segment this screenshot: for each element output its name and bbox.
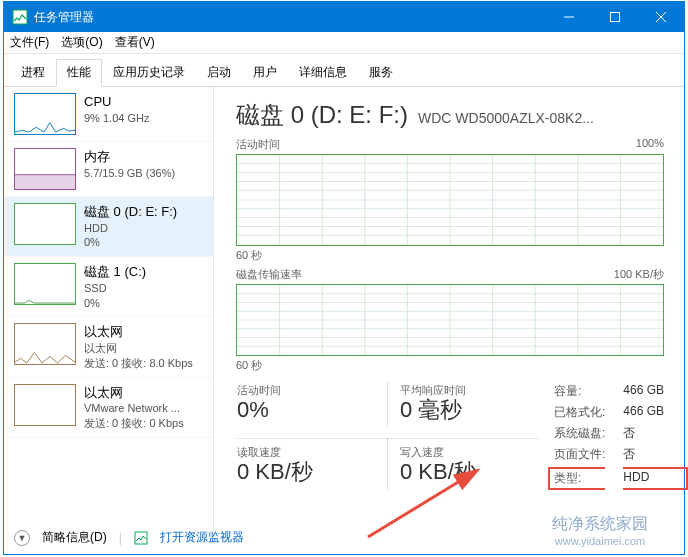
disk-thumb — [14, 263, 76, 305]
tab-app-history[interactable]: 应用历史记录 — [102, 59, 196, 87]
stat-read-value: 0 KB/秒 — [237, 460, 387, 484]
sidebar-item-cpu[interactable]: CPU9% 1.04 GHz — [4, 87, 213, 142]
stat-resp-value: 0 毫秒 — [400, 398, 538, 422]
info-formatted-value: 466 GB — [623, 404, 664, 421]
sidebar-item-label: 磁盘 0 (D: E: F:) — [84, 203, 177, 221]
maximize-button[interactable] — [592, 2, 638, 32]
eth-thumb — [14, 323, 76, 365]
stat-active-label: 活动时间 — [237, 383, 387, 398]
svg-rect-0 — [13, 10, 27, 24]
sidebar-item-memory[interactable]: 内存5.7/15.9 GB (36%) — [4, 142, 213, 197]
info-type-label: 类型: — [548, 467, 605, 490]
stat-resp-label: 平均响应时间 — [400, 383, 538, 398]
menubar: 文件(F) 选项(O) 查看(V) — [4, 32, 684, 54]
window-title: 任务管理器 — [34, 9, 546, 26]
graph1-label: 活动时间 — [236, 137, 280, 152]
disk-title: 磁盘 0 (D: E: F:) — [236, 99, 408, 131]
sidebar-item-label: 以太网 — [84, 323, 193, 341]
tab-startup[interactable]: 启动 — [196, 59, 242, 87]
disk-info-table: 容量:466 GB 已格式化:466 GB 系统磁盘:否 页面文件:否 类型:H… — [554, 383, 664, 490]
perf-sidebar: CPU9% 1.04 GHz 内存5.7/15.9 GB (36%) 磁盘 0 … — [4, 87, 214, 531]
disk-model: WDC WD5000AZLX-08K2... — [418, 110, 664, 126]
sidebar-item-disk0[interactable]: 磁盘 0 (D: E: F:)HDD0% — [4, 197, 213, 257]
footer: ▼ 简略信息(D) | 打开资源监视器 — [14, 529, 674, 546]
resource-monitor-icon — [134, 531, 148, 545]
stat-write-label: 写入速度 — [400, 445, 538, 460]
tab-processes[interactable]: 进程 — [10, 59, 56, 87]
tab-services[interactable]: 服务 — [358, 59, 404, 87]
info-type-value: HDD — [623, 467, 688, 490]
stat-read-label: 读取速度 — [237, 445, 387, 460]
sidebar-item-label: 磁盘 1 (C:) — [84, 263, 146, 281]
menu-file[interactable]: 文件(F) — [10, 34, 49, 51]
minimize-button[interactable] — [546, 2, 592, 32]
info-pagefile-label: 页面文件: — [554, 446, 605, 463]
sidebar-item-label: CPU — [84, 93, 149, 111]
graph1-max: 100% — [636, 137, 664, 152]
sidebar-item-ethernet-1[interactable]: 以太网以太网发送: 0 接收: 8.0 Kbps — [4, 317, 213, 377]
perf-main-panel: 磁盘 0 (D: E: F:) WDC WD5000AZLX-08K2... 活… — [214, 87, 684, 531]
sidebar-item-label: 以太网 — [84, 384, 184, 402]
svg-rect-2 — [611, 13, 620, 22]
cpu-thumb — [14, 93, 76, 135]
info-system-value: 否 — [623, 425, 664, 442]
info-pagefile-value: 否 — [623, 446, 664, 463]
graph2-max: 100 KB/秒 — [614, 267, 664, 282]
fewer-details-link[interactable]: 简略信息(D) — [42, 529, 107, 546]
stat-active-value: 0% — [237, 398, 387, 422]
tab-strip: 进程 性能 应用历史记录 启动 用户 详细信息 服务 — [4, 54, 684, 87]
graph2-label: 磁盘传输速率 — [236, 267, 302, 282]
svg-rect-5 — [15, 175, 75, 189]
sidebar-item-disk1[interactable]: 磁盘 1 (C:)SSD0% — [4, 257, 213, 317]
disk-thumb — [14, 203, 76, 245]
info-capacity-value: 466 GB — [623, 383, 664, 400]
sidebar-item-ethernet-2[interactable]: 以太网VMware Network ...发送: 0 接收: 0 Kbps — [4, 378, 213, 438]
collapse-icon[interactable]: ▼ — [14, 530, 30, 546]
transfer-graph[interactable] — [236, 284, 664, 356]
tab-performance[interactable]: 性能 — [56, 59, 102, 87]
titlebar: 任务管理器 — [4, 2, 684, 32]
stat-write-value: 0 KB/秒 — [400, 460, 538, 484]
menu-view[interactable]: 查看(V) — [115, 34, 155, 51]
menu-options[interactable]: 选项(O) — [61, 34, 102, 51]
activity-graph[interactable] — [236, 154, 664, 246]
info-system-label: 系统磁盘: — [554, 425, 605, 442]
close-button[interactable] — [638, 2, 684, 32]
tab-details[interactable]: 详细信息 — [288, 59, 358, 87]
graph1-xaxis: 60 秒 — [236, 248, 664, 263]
mem-thumb — [14, 148, 76, 190]
tab-users[interactable]: 用户 — [242, 59, 288, 87]
sidebar-item-label: 内存 — [84, 148, 175, 166]
info-formatted-label: 已格式化: — [554, 404, 605, 421]
eth-thumb — [14, 384, 76, 426]
info-capacity-label: 容量: — [554, 383, 605, 400]
open-resource-monitor-link[interactable]: 打开资源监视器 — [160, 529, 244, 546]
graph2-xaxis: 60 秒 — [236, 358, 664, 373]
app-icon — [12, 9, 28, 25]
